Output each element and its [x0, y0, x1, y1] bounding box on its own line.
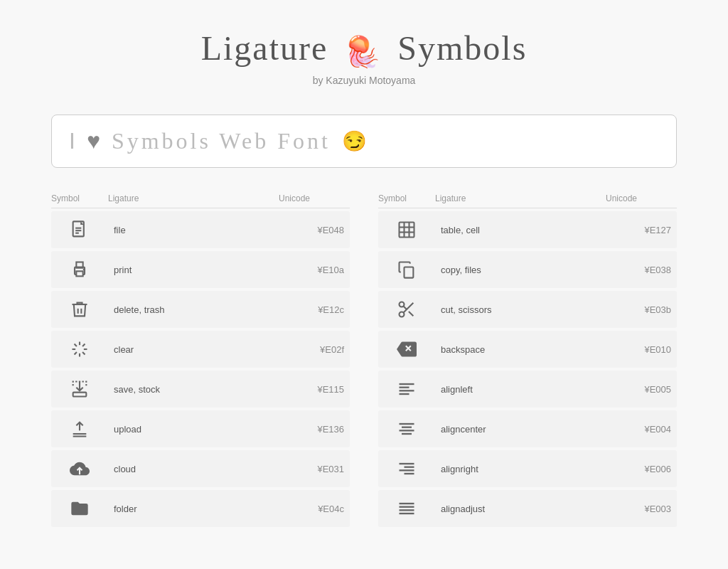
table-row: alignleft ¥E005 [378, 371, 677, 408]
table-row: clear ¥E02f [51, 331, 350, 368]
unicode-cell: ¥E005 [606, 378, 677, 400]
right-table-header: Symbol Ligature Unicode [378, 189, 677, 208]
ligature-cell: file [108, 219, 279, 241]
heart-icon: ♥ [87, 128, 100, 154]
symbol-cell [378, 493, 435, 524]
table-row: folder ¥E04c [51, 490, 350, 527]
ligature-cell: aligncenter [435, 418, 606, 440]
content-area: Symbol Ligature Unicode file ¥E048 [51, 189, 677, 530]
ligature-cell: save, stock [108, 378, 279, 400]
symbol-cell [51, 373, 108, 405]
unicode-cell: ¥E003 [606, 498, 677, 520]
table-row: upload ¥E136 [51, 410, 350, 447]
table-row: print ¥E10a [51, 251, 350, 288]
table-row: save, stock ¥E115 [51, 371, 350, 408]
symbol-cell [51, 294, 108, 325]
unicode-cell: ¥E006 [606, 458, 677, 480]
table-row: cloud ¥E031 [51, 450, 350, 487]
table-row: aligncenter ¥E004 [378, 410, 677, 447]
ligature-cell: delete, trash [108, 299, 279, 321]
ligature-cell: alignleft [435, 378, 606, 400]
page-title: Ligature 🪼 Symbols [14, 28, 714, 69]
ligature-cell: upload [108, 418, 279, 440]
ligature-cell: cut, scissors [435, 299, 606, 321]
symbol-cell [378, 254, 435, 285]
right-unicode-header: Unicode [606, 193, 677, 203]
emoji-icon: 😏 [342, 129, 367, 153]
symbol-cell [378, 214, 435, 245]
left-unicode-header: Unicode [279, 193, 350, 203]
right-table: Symbol Ligature Unicode table, cell ¥E12… [378, 189, 677, 530]
search-box: I ♥ Symbols Web Font 😏 [51, 115, 677, 168]
svg-rect-18 [73, 393, 87, 397]
ligature-cell: table, cell [435, 219, 606, 241]
svg-point-7 [83, 269, 85, 270]
unicode-cell: ¥E048 [279, 219, 350, 241]
left-symbol-header: Symbol [51, 193, 108, 203]
ligature-cell: print [108, 259, 279, 281]
table-row: cut, scissors ¥E03b [378, 291, 677, 328]
symbol-cell [378, 413, 435, 445]
ligature-cell: clear [108, 339, 279, 361]
table-row: delete, trash ¥E12c [51, 291, 350, 328]
unicode-cell: ¥E031 [279, 458, 350, 480]
svg-rect-6 [76, 272, 82, 277]
unicode-cell: ¥E02f [279, 339, 350, 361]
left-ligature-header: Ligature [108, 193, 279, 203]
table-row: file ¥E048 [51, 211, 350, 248]
symbol-cell [378, 373, 435, 405]
ligature-cell: alignright [435, 458, 606, 480]
svg-line-14 [75, 344, 77, 346]
symbol-cell [51, 493, 108, 524]
table-row: alignright ¥E006 [378, 450, 677, 487]
svg-point-28 [400, 302, 405, 307]
svg-line-17 [75, 353, 77, 355]
unicode-cell: ¥E010 [606, 339, 677, 361]
right-ligature-header: Ligature [435, 193, 606, 203]
left-table: Symbol Ligature Unicode file ¥E048 [51, 189, 350, 530]
svg-line-31 [409, 312, 413, 316]
unicode-cell: ¥E004 [606, 418, 677, 440]
symbol-cell [51, 453, 108, 484]
table-row: alignadjust ¥E003 [378, 490, 677, 527]
unicode-cell: ¥E038 [606, 259, 677, 281]
unicode-cell: ¥E127 [606, 219, 677, 241]
right-symbol-header: Symbol [378, 193, 435, 203]
symbol-cell [378, 294, 435, 325]
symbol-cell [51, 334, 108, 365]
svg-line-16 [82, 344, 85, 346]
ligature-cell: alignadjust [435, 498, 606, 520]
symbol-cell [378, 334, 435, 365]
left-table-header: Symbol Ligature Unicode [51, 189, 350, 208]
table-row: copy, files ¥E038 [378, 251, 677, 288]
unicode-cell: ¥E10a [279, 259, 350, 281]
search-text: Symbols Web Font [112, 128, 331, 154]
unicode-cell: ¥E115 [279, 378, 350, 400]
unicode-cell: ¥E03b [606, 299, 677, 321]
unicode-cell: ¥E04c [279, 498, 350, 520]
table-row: table, cell ¥E127 [378, 211, 677, 248]
ligature-cell: folder [108, 498, 279, 520]
svg-rect-27 [405, 267, 414, 278]
table-row: backspace ¥E010 [378, 331, 677, 368]
svg-point-29 [400, 312, 405, 317]
ligature-cell: backspace [435, 339, 606, 361]
symbol-cell [51, 254, 108, 285]
symbol-cell [51, 214, 108, 245]
svg-rect-22 [400, 223, 414, 238]
search-prefix: I [69, 128, 75, 154]
subtitle: by Kazuyuki Motoyama [14, 75, 714, 86]
svg-line-15 [82, 353, 85, 355]
symbol-cell [378, 453, 435, 484]
symbol-cell [51, 413, 108, 445]
page-header: Ligature 🪼 Symbols by Kazuyuki Motoyama [0, 0, 728, 93]
ligature-cell: cloud [108, 458, 279, 480]
svg-line-32 [403, 307, 407, 310]
ligature-cell: copy, files [435, 259, 606, 281]
jellyfish-icon: 🪼 [343, 34, 382, 69]
unicode-cell: ¥E136 [279, 418, 350, 440]
unicode-cell: ¥E12c [279, 299, 350, 321]
